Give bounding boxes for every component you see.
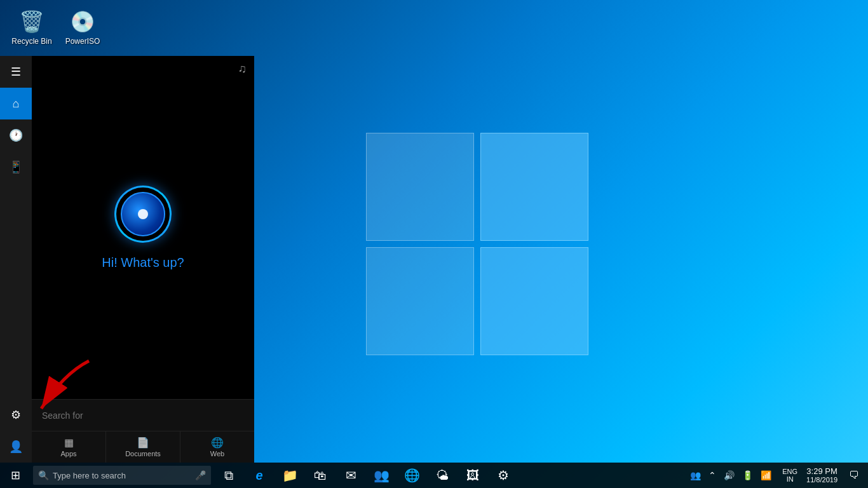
cortana-center bbox=[138, 209, 148, 219]
apps-tab-icon: ▦ bbox=[64, 437, 74, 449]
web-tab-label: Web bbox=[210, 450, 224, 458]
cortana-music-icon[interactable]: ♫ bbox=[238, 62, 247, 76]
user-icon: 👤 bbox=[9, 440, 23, 454]
cortana-search-input-area[interactable] bbox=[32, 399, 254, 431]
taskbar-people-button[interactable]: 👥 bbox=[366, 463, 397, 488]
recycle-bin-label: Recycle Bin bbox=[11, 37, 51, 46]
taskbar-app-buttons: ⧉ e 📁 🛍 ✉ 👥 🌐 🌤 🖼 ⚙ bbox=[214, 463, 683, 488]
home-icon: ⌂ bbox=[13, 97, 20, 111]
region-text: IN bbox=[787, 475, 794, 483]
recent-icon: 🕐 bbox=[9, 128, 23, 142]
apps-tab-label: Apps bbox=[60, 450, 76, 458]
windows-icon: ⊞ bbox=[11, 468, 20, 482]
photos-icon: 🖼 bbox=[466, 468, 479, 483]
language-text: ENG bbox=[782, 468, 797, 475]
settings-taskbar-icon: ⚙ bbox=[498, 468, 509, 483]
taskbar-photos-button[interactable]: 🖼 bbox=[458, 463, 488, 488]
cortana-inner-ring bbox=[121, 192, 165, 236]
search-icon: 🔍 bbox=[38, 470, 49, 480]
cortana-content-area: Hi! What's up? bbox=[32, 81, 254, 399]
people-icon: 👥 bbox=[374, 468, 390, 483]
sidebar-hamburger-button[interactable]: ☰ bbox=[0, 56, 32, 88]
task-view-icon: ⧉ bbox=[224, 468, 233, 483]
sidebar-user-button[interactable]: 👤 bbox=[0, 431, 32, 463]
notification-icon: 🗨 bbox=[849, 470, 859, 481]
cortana-top-bar: ♫ bbox=[32, 56, 254, 81]
notification-center-button[interactable]: 🗨 bbox=[843, 463, 865, 488]
tab-web[interactable]: 🌐 Web bbox=[180, 431, 254, 463]
clock-time: 3:29 PM bbox=[806, 466, 837, 477]
sidebar-phone-button[interactable]: 📱 bbox=[0, 151, 32, 183]
tray-battery-icon[interactable]: 🔋 bbox=[740, 470, 755, 480]
taskbar: ⊞ 🔍 🎤 ⧉ e 📁 🛍 ✉ 👥 🌐 🌤 bbox=[0, 463, 868, 488]
mail-icon: ✉ bbox=[346, 468, 356, 483]
system-tray: 👥 ⌃ 🔊 🔋 📶 ENG IN 3:29 PM 11/8/2019 🗨 bbox=[683, 463, 868, 488]
poweriso-image: 💿 bbox=[70, 9, 95, 34]
taskbar-weather-button[interactable]: 🌤 bbox=[427, 463, 458, 488]
start-button[interactable]: ⊞ bbox=[0, 463, 31, 488]
settings-sidebar-icon: ⚙ bbox=[11, 408, 21, 422]
cortana-panel: ♫ Hi! What's up? ▦ Apps 📄 Documents 🌐 We… bbox=[32, 56, 254, 463]
tray-network-icon[interactable]: 👥 bbox=[688, 470, 703, 480]
tab-documents[interactable]: 📄 Documents bbox=[106, 431, 180, 463]
documents-tab-label: Documents bbox=[125, 450, 161, 458]
tray-icons: 👥 ⌃ 🔊 🔋 📶 bbox=[683, 470, 778, 480]
taskbar-search-bar[interactable]: 🔍 🎤 bbox=[33, 466, 211, 485]
cortana-search-input[interactable] bbox=[42, 410, 244, 421]
taskbar-task-view-button[interactable]: ⧉ bbox=[214, 463, 244, 488]
sidebar-recent-button[interactable]: 🕐 bbox=[0, 119, 32, 151]
web-tab-icon: 🌐 bbox=[211, 437, 224, 449]
tray-network-wifi-icon[interactable]: 📶 bbox=[759, 470, 773, 480]
clock-date: 11/8/2019 bbox=[806, 476, 837, 484]
poweriso-label: PowerISO bbox=[65, 37, 100, 46]
taskbar-chrome-button[interactable]: 🌐 bbox=[397, 463, 427, 488]
taskbar-edge-button[interactable]: e bbox=[244, 463, 275, 488]
start-sidebar: ☰ ⌂ 🕐 📱 ⚙ 👤 bbox=[0, 56, 32, 463]
cortana-greeting: Hi! What's up? bbox=[102, 255, 184, 270]
recycle-bin-icon[interactable]: 🗑️ Recycle Bin bbox=[6, 6, 57, 48]
store-icon: 🛍 bbox=[314, 468, 327, 483]
file-explorer-icon: 📁 bbox=[282, 468, 298, 483]
taskbar-mail-button[interactable]: ✉ bbox=[336, 463, 366, 488]
tab-apps[interactable]: ▦ Apps bbox=[32, 431, 106, 463]
edge-icon: e bbox=[255, 468, 262, 483]
system-clock[interactable]: 3:29 PM 11/8/2019 bbox=[801, 463, 843, 488]
taskbar-file-explorer-button[interactable]: 📁 bbox=[275, 463, 305, 488]
cortana-filter-tabs: ▦ Apps 📄 Documents 🌐 Web bbox=[32, 431, 254, 463]
taskbar-store-button[interactable]: 🛍 bbox=[305, 463, 336, 488]
language-indicator[interactable]: ENG IN bbox=[778, 463, 801, 488]
tray-speaker-icon[interactable]: 🔊 bbox=[722, 470, 736, 480]
sidebar-home-button[interactable]: ⌂ bbox=[0, 88, 32, 119]
cortana-ring bbox=[114, 186, 172, 243]
documents-tab-icon: 📄 bbox=[137, 437, 149, 449]
windows-logo-background bbox=[350, 117, 604, 371]
taskbar-settings-button[interactable]: ⚙ bbox=[488, 463, 519, 488]
hamburger-icon: ☰ bbox=[11, 65, 21, 79]
taskbar-search-input[interactable] bbox=[53, 471, 193, 480]
weather-icon: 🌤 bbox=[436, 468, 449, 483]
recycle-bin-image: 🗑️ bbox=[19, 9, 44, 34]
microphone-icon[interactable]: 🎤 bbox=[195, 470, 206, 480]
chrome-icon: 🌐 bbox=[404, 468, 420, 483]
phone-icon: 📱 bbox=[9, 160, 23, 174]
poweriso-icon[interactable]: 💿 PowerISO bbox=[57, 6, 108, 48]
sidebar-settings-button[interactable]: ⚙ bbox=[0, 399, 32, 431]
tray-arrow-icon[interactable]: ⌃ bbox=[707, 470, 718, 480]
